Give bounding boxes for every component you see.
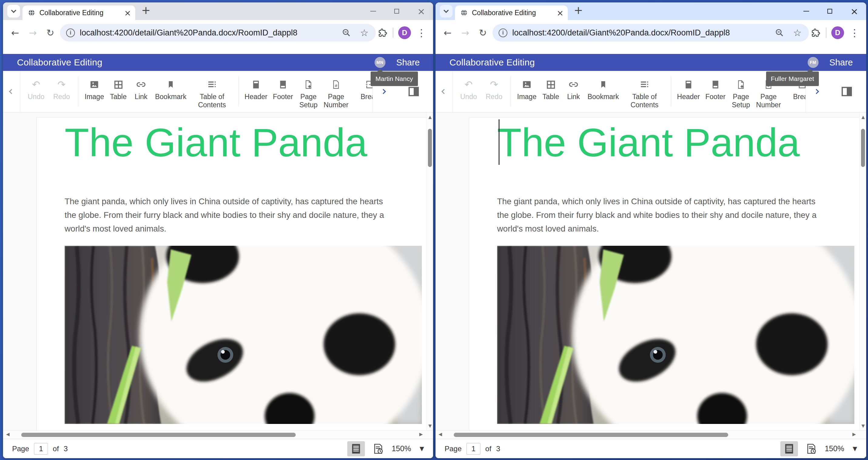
scroll-down-icon[interactable]: ▼ (427, 424, 433, 428)
forward-button[interactable]: → (457, 28, 473, 38)
zoom-indicator-icon[interactable] (342, 28, 351, 37)
document-viewport[interactable]: The Giant Panda The giant panda, which o… (436, 112, 866, 430)
document-page[interactable]: The Giant Panda The giant panda, which o… (36, 117, 433, 430)
minimize-button[interactable] (370, 11, 376, 12)
page-number-input[interactable] (34, 443, 48, 455)
scroll-right-icon[interactable]: ▶ (419, 432, 423, 437)
minimize-button[interactable] (803, 11, 809, 12)
close-window-button[interactable]: × (850, 7, 858, 16)
toolbar-scroll-right-button[interactable] (373, 90, 394, 93)
url-text[interactable]: localhost:4200/detail/Giant%20Panda.docx… (512, 28, 770, 38)
collaborator-avatar[interactable]: MN (375, 57, 385, 68)
site-info-icon[interactable]: i (499, 29, 507, 37)
omnibox[interactable]: i localhost:4200/detail/Giant%20Panda.do… (493, 24, 809, 41)
table-of-contents-button[interactable]: Table ofContents (622, 71, 667, 112)
new-tab-button[interactable]: + (574, 5, 583, 16)
insert-link-button[interactable]: Link (130, 71, 152, 112)
zoom-dropdown-icon[interactable]: ▼ (420, 446, 424, 452)
profile-avatar[interactable]: D (398, 26, 411, 39)
toolbar-scroll-left-button[interactable] (436, 71, 453, 112)
header-button[interactable]: Header (675, 71, 702, 112)
vertical-scroll-thumb[interactable] (428, 129, 432, 167)
vertical-scroll-thumb[interactable] (861, 129, 865, 167)
document-page[interactable]: The Giant Panda The giant panda, which o… (469, 117, 866, 430)
back-button[interactable]: ← (440, 28, 456, 38)
url-text[interactable]: localhost:4200/detail/Giant%20Panda.docx… (80, 28, 337, 38)
scroll-up-icon[interactable]: ▲ (860, 115, 866, 119)
vertical-scrollbar[interactable]: ▲ ▼ (860, 112, 866, 430)
insert-image-button[interactable]: Image (515, 71, 539, 112)
page-number-button[interactable]: # PageNumber (320, 71, 351, 112)
collaborator-avatar[interactable]: FM (808, 57, 818, 68)
reload-button[interactable]: ↻ (475, 28, 491, 38)
properties-pane-toggle[interactable] (827, 86, 866, 97)
site-info-icon[interactable]: i (66, 29, 75, 37)
zoom-value[interactable]: 150% (825, 444, 844, 453)
menu-more-icon[interactable]: ⋮ (416, 28, 426, 38)
toolbar-scroll-left-button[interactable] (3, 71, 20, 112)
scroll-up-icon[interactable]: ▲ (427, 115, 433, 119)
share-button[interactable]: Share (830, 58, 853, 68)
menu-more-icon[interactable]: ⋮ (849, 28, 860, 38)
vertical-scrollbar[interactable]: ▲ ▼ (426, 112, 433, 430)
toolbar-scroll-right-button[interactable] (806, 90, 827, 93)
bookmark-button[interactable]: Bookmark (152, 71, 189, 112)
scroll-right-icon[interactable]: ▶ (852, 432, 856, 437)
reload-button[interactable]: ↻ (42, 28, 58, 38)
page-setup-icon (304, 80, 313, 89)
redo-button[interactable]: ↷ Redo (49, 71, 74, 112)
insert-link-button[interactable]: Link (562, 71, 585, 112)
page-setup-button[interactable]: PageSetup (729, 71, 753, 112)
zoom-dropdown-icon[interactable]: ▼ (852, 446, 857, 452)
maximize-button[interactable] (827, 9, 832, 13)
insert-table-button[interactable]: Table (539, 71, 562, 112)
horizontal-scrollbar[interactable]: ◀ ▶ (436, 430, 866, 439)
footer-button[interactable]: Footer (270, 71, 296, 112)
horizontal-scroll-thumb[interactable] (21, 433, 296, 437)
back-button[interactable]: ← (7, 28, 23, 38)
bookmark-star-icon[interactable]: ☆ (360, 28, 369, 38)
forward-button[interactable]: → (25, 28, 41, 38)
print-layout-button[interactable] (347, 441, 365, 456)
tab-close-button[interactable]: × (557, 9, 563, 17)
new-tab-button[interactable]: + (141, 5, 150, 16)
browser-tab[interactable]: Collaborative Editing × (23, 5, 135, 20)
horizontal-scrollbar[interactable]: ◀ ▶ (3, 430, 433, 439)
document-viewport[interactable]: The Giant Panda The giant panda, which o… (3, 112, 433, 430)
extensions-icon[interactable] (378, 28, 388, 38)
web-layout-icon[interactable] (373, 443, 383, 454)
properties-pane-toggle[interactable] (394, 86, 433, 97)
profile-avatar[interactable]: D (831, 26, 844, 39)
zoom-value[interactable]: 150% (392, 444, 411, 453)
bookmark-star-icon[interactable]: ☆ (793, 28, 802, 38)
redo-button[interactable]: ↷ Redo (481, 71, 507, 112)
scroll-left-icon[interactable]: ◀ (439, 432, 442, 437)
scroll-down-icon[interactable]: ▼ (860, 424, 866, 428)
browser-tab[interactable]: Collaborative Editing × (455, 5, 568, 20)
tab-search-button[interactable] (7, 5, 20, 18)
insert-table-button[interactable]: Table (107, 71, 130, 112)
insert-image-button[interactable]: Image (82, 71, 107, 112)
chevron-left-icon (442, 89, 447, 94)
horizontal-scroll-thumb[interactable] (454, 433, 728, 437)
undo-button[interactable]: ↶ Undo (23, 71, 49, 112)
page-setup-button[interactable]: PageSetup (296, 71, 320, 112)
tab-close-button[interactable]: × (124, 9, 131, 17)
undo-button[interactable]: ↶ Undo (456, 71, 481, 112)
omnibox[interactable]: i localhost:4200/detail/Giant%20Panda.do… (60, 24, 376, 41)
maximize-button[interactable] (394, 9, 399, 13)
zoom-indicator-icon[interactable] (775, 28, 784, 37)
print-layout-button[interactable] (780, 441, 798, 456)
web-layout-icon[interactable] (806, 443, 816, 454)
tab-search-button[interactable] (440, 5, 453, 18)
header-button[interactable]: Header (242, 71, 270, 112)
break-button[interactable]: Break (351, 71, 372, 112)
table-of-contents-button[interactable]: Table ofContents (189, 71, 235, 112)
close-window-button[interactable]: × (417, 7, 425, 16)
footer-button[interactable]: Footer (702, 71, 729, 112)
scroll-left-icon[interactable]: ◀ (6, 432, 10, 437)
share-button[interactable]: Share (396, 58, 420, 68)
extensions-icon[interactable] (811, 28, 821, 38)
page-number-input[interactable] (466, 443, 480, 455)
bookmark-button[interactable]: Bookmark (585, 71, 622, 112)
